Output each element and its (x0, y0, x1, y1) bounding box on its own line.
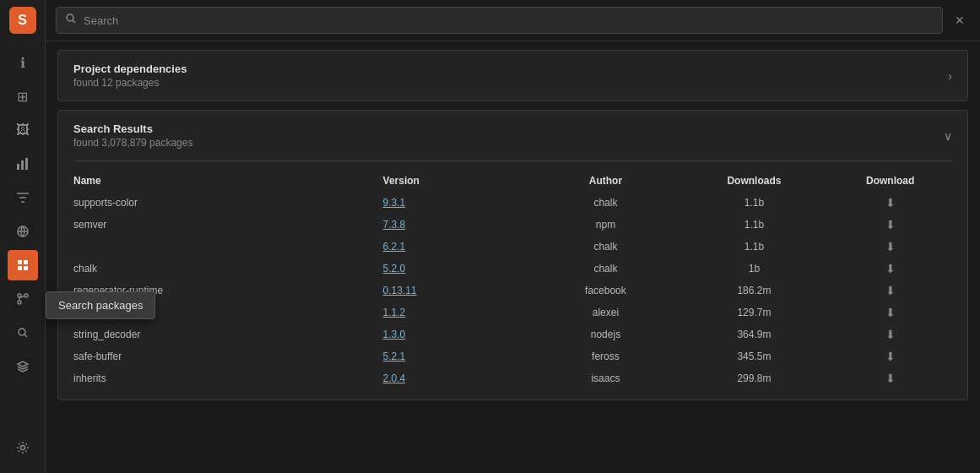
col-name: Name (73, 175, 383, 187)
row-version: 2.0.4 (383, 372, 532, 385)
table-header: Name Version Author Downloads Download (73, 170, 952, 192)
results-chevron-icon: ∨ (944, 129, 952, 143)
version-link[interactable]: 1.3.0 (383, 329, 406, 340)
row-version: 5.2.1 (383, 350, 532, 363)
table-row: sprintf-js 1.1.2 alexei 129.7m ⬇ (73, 302, 952, 323)
layers-icon[interactable] (8, 351, 38, 382)
col-downloads: Downloads (680, 175, 828, 187)
row-downloads: 1.1b (680, 218, 828, 231)
row-download-btn[interactable]: ⬇ (828, 350, 952, 363)
version-link[interactable]: 7.3.8 (383, 219, 406, 231)
row-author: isaacs (531, 372, 680, 385)
download-icon[interactable]: ⬇ (885, 218, 896, 231)
row-name: supports-color (73, 196, 383, 209)
row-name: string_decoder (73, 328, 383, 341)
row-download-btn[interactable]: ⬇ (828, 240, 952, 253)
project-dependencies-header[interactable]: Project dependencies found 12 packages › (58, 51, 967, 101)
project-dependencies-section: Project dependencies found 12 packages › (57, 50, 968, 101)
svg-point-9 (18, 301, 21, 304)
search-icon (65, 13, 77, 28)
download-icon[interactable]: ⬇ (885, 284, 896, 297)
branch-icon[interactable] (8, 284, 38, 314)
row-author: chalk (531, 240, 680, 253)
download-icon[interactable]: ⬇ (885, 306, 896, 319)
results-section-subtitle: found 3,078,879 packages (73, 137, 192, 149)
row-download-btn[interactable]: ⬇ (828, 328, 952, 341)
version-link[interactable]: 6.2.1 (383, 241, 406, 253)
results-table: Name Version Author Downloads Download s… (58, 160, 967, 400)
table-divider (73, 160, 952, 161)
table-row: supports-color 9.3.1 chalk 1.1b ⬇ (73, 192, 952, 214)
svg-point-10 (24, 294, 28, 297)
tooltip-label: Search packages (46, 291, 155, 319)
svg-rect-4 (18, 260, 22, 264)
table-row: chalk 5.2.0 chalk 1b ⬇ (73, 258, 952, 280)
main-content: ✕ Project dependencies found 12 packages… (46, 0, 980, 473)
table-row: safe-buffer 5.2.1 feross 345.5m ⬇ (73, 345, 952, 367)
download-icon[interactable]: ⬇ (885, 328, 896, 341)
row-version: 7.3.8 (383, 218, 532, 231)
row-downloads: 1.1b (680, 196, 828, 209)
svg-rect-5 (24, 260, 28, 264)
table-row: inherits 2.0.4 isaacs 299.8m ⬇ (73, 367, 952, 389)
table-row: semver 7.3.8 npm 1.1b ⬇ (73, 214, 952, 236)
chart-icon[interactable] (8, 149, 38, 179)
download-icon[interactable]: ⬇ (885, 350, 896, 363)
row-author: facebook (531, 284, 680, 297)
download-icon[interactable]: ⬇ (885, 262, 896, 275)
row-name: safe-buffer (73, 350, 383, 363)
download-icon[interactable]: ⬇ (885, 196, 896, 209)
row-author: alexei (531, 306, 680, 319)
row-download-btn[interactable]: ⬇ (828, 306, 952, 319)
packages-icon[interactable] (8, 250, 38, 280)
row-author: nodejs (531, 328, 680, 341)
col-author: Author (531, 175, 680, 187)
row-name (73, 240, 383, 253)
row-author: chalk (531, 196, 680, 209)
results-section-title: Search Results (73, 122, 192, 135)
row-downloads: 299.8m (680, 372, 828, 385)
table-row: string_decoder 1.3.0 nodejs 364.9m ⬇ (73, 323, 952, 345)
grid-icon[interactable]: ⊞ (8, 81, 38, 111)
version-link[interactable]: 5.2.1 (383, 351, 406, 362)
sidebar-bottom (8, 432, 38, 466)
project-section-text: Project dependencies found 12 packages (73, 63, 187, 89)
image-icon[interactable]: 🖼 (8, 115, 38, 145)
row-version: 1.1.2 (383, 306, 532, 319)
info-icon[interactable]: ℹ (8, 47, 38, 78)
row-download-btn[interactable]: ⬇ (828, 372, 952, 385)
row-downloads: 129.7m (680, 306, 828, 319)
svg-point-13 (67, 14, 73, 21)
app-logo[interactable]: S (9, 7, 36, 34)
row-name: chalk (73, 262, 383, 275)
search-input[interactable] (84, 14, 934, 27)
row-downloads: 364.9m (680, 328, 828, 341)
settings-icon[interactable] (8, 432, 38, 463)
version-link[interactable]: 5.2.0 (383, 263, 406, 275)
table-row: regenerator-runtime 0.13.11 facebook 186… (73, 280, 952, 302)
version-link[interactable]: 2.0.4 (383, 372, 406, 384)
version-link[interactable]: 0.13.11 (383, 285, 417, 296)
row-download-btn[interactable]: ⬇ (828, 196, 952, 209)
download-icon[interactable]: ⬇ (885, 240, 896, 253)
row-author: feross (531, 350, 680, 363)
globe-icon[interactable] (8, 216, 38, 247)
search2-icon[interactable] (8, 318, 38, 348)
svg-point-11 (19, 329, 25, 335)
search-results-header[interactable]: Search Results found 3,078,879 packages … (58, 111, 967, 160)
close-button[interactable]: ✕ (950, 12, 970, 29)
row-download-btn[interactable]: ⬇ (828, 262, 952, 275)
row-download-btn[interactable]: ⬇ (828, 284, 952, 297)
row-downloads: 1b (680, 262, 828, 275)
version-link[interactable]: 1.1.2 (383, 307, 406, 318)
row-author: chalk (531, 262, 680, 275)
svg-rect-2 (25, 158, 28, 170)
row-download-btn[interactable]: ⬇ (828, 218, 952, 231)
download-icon[interactable]: ⬇ (885, 372, 896, 385)
col-download: Download (828, 175, 952, 187)
version-link[interactable]: 9.3.1 (383, 197, 406, 209)
row-version: 1.3.0 (383, 328, 532, 341)
filter-icon[interactable] (8, 182, 38, 213)
svg-rect-6 (18, 266, 22, 270)
row-author: npm (531, 218, 680, 231)
